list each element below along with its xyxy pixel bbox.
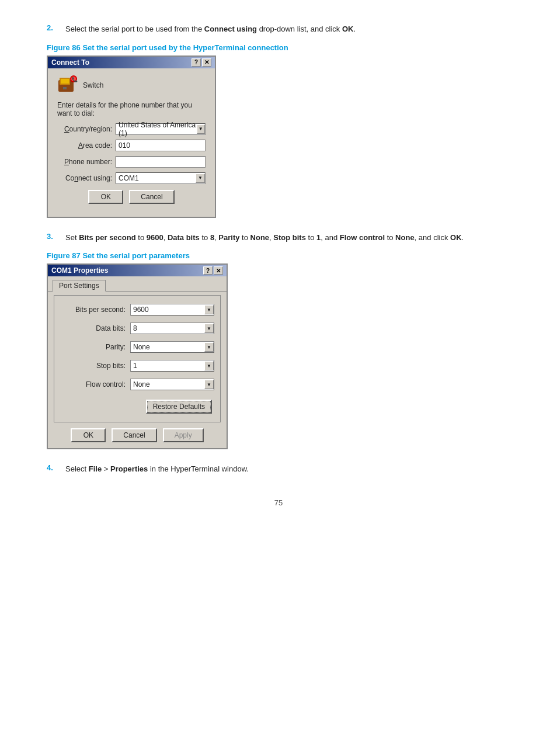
bits-per-second-row: Bits per second: 9600 ▼ xyxy=(60,304,214,315)
area-code-value: 010 xyxy=(119,141,130,150)
country-select[interactable]: United States of America (1) ▼ xyxy=(116,123,206,135)
step-2-number: 2. xyxy=(47,23,58,35)
country-dropdown-arrow[interactable]: ▼ xyxy=(197,124,205,134)
step-3: 3. Set Bits per second to 9600, Data bit… xyxy=(47,232,510,244)
stop-bits-label: Stop bits: xyxy=(60,362,130,370)
page-number: 75 xyxy=(47,498,510,507)
close-button[interactable]: ✕ xyxy=(202,58,211,67)
parity-arrow[interactable]: ▼ xyxy=(204,342,214,352)
connect-to-cancel-button[interactable]: Cancel xyxy=(129,190,174,204)
com1-tab-bar: Port Settings xyxy=(48,276,227,292)
phone-label: Phone number: xyxy=(57,158,116,166)
restore-defaults-button[interactable]: Restore Defaults xyxy=(146,400,212,414)
help-button[interactable]: ? xyxy=(192,58,201,67)
phone-input[interactable] xyxy=(116,156,206,168)
flow-control-row: Flow control: None ▼ xyxy=(60,379,214,390)
flow-control-label: Flow control: xyxy=(60,380,130,389)
area-code-label: Area code: xyxy=(57,141,116,150)
flow-control-arrow[interactable]: ▼ xyxy=(204,380,214,389)
step-4-text: Select File > Properties in the HyperTer… xyxy=(65,463,249,475)
parity-label: Parity: xyxy=(60,343,130,351)
svg-text:📞: 📞 xyxy=(72,77,78,82)
titlebar-buttons: ? ✕ xyxy=(192,58,211,67)
stop-bits-arrow[interactable]: ▼ xyxy=(204,361,214,370)
com1-apply-button[interactable]: Apply xyxy=(163,428,204,442)
connect-to-ok-button[interactable]: OK xyxy=(88,190,123,204)
connect-to-icon-row: 📞 Switch xyxy=(57,75,206,95)
data-bits-label: Data bits: xyxy=(60,324,130,332)
parity-select[interactable]: None ▼ xyxy=(130,341,214,353)
country-label: Country/region: xyxy=(57,125,116,133)
com1-help-button[interactable]: ? xyxy=(203,266,213,275)
data-bits-arrow[interactable]: ▼ xyxy=(204,324,214,333)
connect-using-arrow[interactable]: ▼ xyxy=(196,174,205,183)
data-bits-row: Data bits: 8 ▼ xyxy=(60,322,214,334)
figure-86-caption: Figure 86 Set the serial port used by th… xyxy=(47,43,510,52)
step-4: 4. Select File > Properties in the Hyper… xyxy=(47,463,510,475)
area-code-input[interactable]: 010 xyxy=(116,140,206,151)
step-2: 2. Select the serial port to be used fro… xyxy=(47,23,510,35)
port-settings-tab[interactable]: Port Settings xyxy=(53,280,106,292)
com1-cancel-button[interactable]: Cancel xyxy=(112,428,156,442)
com1-properties-dialog: COM1 Properties ? ✕ Port Settings Bits p… xyxy=(47,263,228,449)
step-4-number: 4. xyxy=(47,463,58,475)
restore-defaults-row: Restore Defaults xyxy=(60,397,214,414)
parity-value: None xyxy=(133,343,150,351)
com1-ok-button[interactable]: OK xyxy=(71,428,106,442)
figure-87-caption: Figure 87 Set the serial port parameters xyxy=(47,251,510,260)
connect-to-titlebar: Connect To ? ✕ xyxy=(48,57,215,68)
connect-using-label: Connect using: xyxy=(57,174,116,182)
bits-dropdown-arrow[interactable]: ▼ xyxy=(204,305,214,314)
area-code-row: Area code: 010 xyxy=(57,140,206,151)
country-value: United States of America (1) xyxy=(119,121,197,137)
svg-rect-6 xyxy=(63,87,67,89)
com1-buttons: OK Cancel Apply xyxy=(48,428,227,448)
bits-per-second-label: Bits per second: xyxy=(60,306,130,314)
connect-using-value: COM1 xyxy=(119,174,139,182)
connect-using-row: Connect using: COM1 ▼ xyxy=(57,172,206,184)
connect-to-title: Connect To xyxy=(51,58,89,67)
stop-bits-value: 1 xyxy=(133,362,137,370)
phone-row: Phone number: xyxy=(57,156,206,168)
com1-title: COM1 Properties xyxy=(51,266,108,275)
parity-row: Parity: None ▼ xyxy=(60,341,214,353)
flow-control-value: None xyxy=(133,380,150,389)
step-3-text: Set Bits per second to 9600, Data bits t… xyxy=(65,232,464,244)
step-2-text: Select the serial port to be used from t… xyxy=(65,23,356,35)
data-bits-value: 8 xyxy=(133,324,137,332)
port-settings-body: Bits per second: 9600 ▼ Data bits: 8 ▼ P… xyxy=(54,295,221,422)
flow-control-select[interactable]: None ▼ xyxy=(130,379,214,390)
bits-per-second-value: 9600 xyxy=(133,306,149,314)
connect-to-body: 📞 Switch Enter details for the phone num… xyxy=(48,68,215,217)
country-row: Country/region: United States of America… xyxy=(57,123,206,135)
com1-titlebar-buttons: ? ✕ xyxy=(203,266,223,275)
connect-using-select[interactable]: COM1 ▼ xyxy=(116,172,206,184)
switch-icon: 📞 xyxy=(57,75,79,95)
stop-bits-row: Stop bits: 1 ▼ xyxy=(60,360,214,372)
com1-close-button[interactable]: ✕ xyxy=(214,266,223,275)
connect-description: Enter details for the phone number that … xyxy=(57,101,206,117)
switch-label: Switch xyxy=(83,81,103,89)
connect-to-dialog: Connect To ? ✕ 📞 Switch Enter details fo… xyxy=(47,56,216,218)
connect-to-buttons: OK Cancel xyxy=(57,190,206,210)
svg-rect-2 xyxy=(61,79,69,84)
data-bits-select[interactable]: 8 ▼ xyxy=(130,322,214,334)
stop-bits-select[interactable]: 1 ▼ xyxy=(130,360,214,372)
step-3-number: 3. xyxy=(47,232,58,244)
com1-titlebar: COM1 Properties ? ✕ xyxy=(48,265,227,276)
bits-per-second-select[interactable]: 9600 ▼ xyxy=(130,304,214,315)
